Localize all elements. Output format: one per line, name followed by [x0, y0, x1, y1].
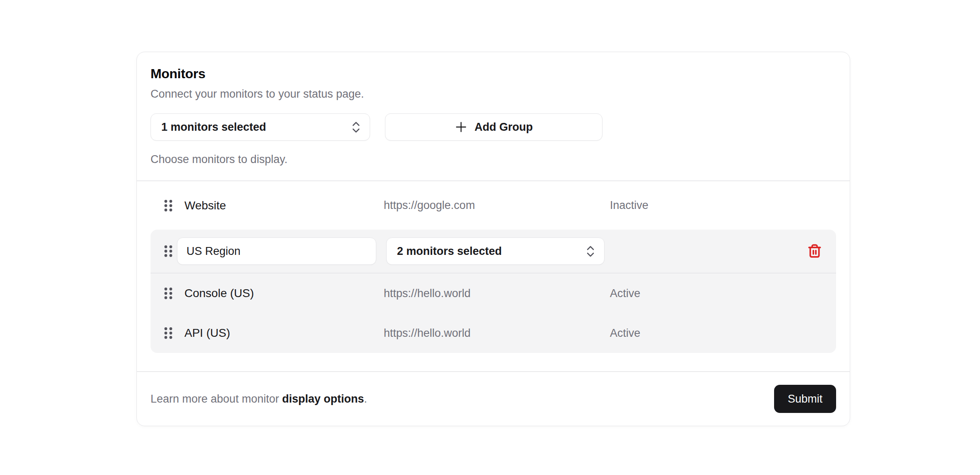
- plus-icon: [455, 121, 467, 133]
- monitor-url: https://hello.world: [384, 327, 610, 340]
- monitor-row-console-us: Console (US) https://hello.world Active: [151, 273, 836, 313]
- footer-text-prefix: Learn more about monitor: [151, 393, 282, 405]
- card-header: Monitors Connect your monitors to your s…: [137, 52, 850, 180]
- footer-text: Learn more about monitor display options…: [151, 393, 367, 405]
- monitor-url: https://hello.world: [384, 287, 610, 300]
- monitor-row-website: Website https://google.com Inactive: [151, 181, 836, 230]
- page-subtitle: Connect your monitors to your status pag…: [151, 87, 836, 101]
- monitor-name: Console (US): [184, 287, 384, 300]
- page-title: Monitors: [151, 65, 836, 82]
- display-options-link[interactable]: display options: [282, 393, 364, 405]
- drag-handle-dots-icon[interactable]: [164, 245, 174, 258]
- drag-handle-dots-icon[interactable]: [164, 199, 174, 212]
- group-header-row: 2 monitors selected: [151, 230, 836, 273]
- monitor-status-badge: Active: [610, 287, 836, 300]
- add-group-button[interactable]: Add Group: [385, 113, 602, 141]
- delete-group-button[interactable]: [806, 242, 824, 260]
- footer-text-suffix: .: [364, 393, 367, 405]
- monitor-name: API (US): [184, 326, 384, 340]
- monitor-name: Website: [184, 199, 384, 212]
- drag-handle-dots-icon[interactable]: [164, 287, 174, 300]
- controls-row: 1 monitors selected Add Group: [151, 113, 836, 141]
- monitor-url: https://google.com: [384, 199, 610, 212]
- monitor-group: 2 monitors selected: [151, 230, 836, 353]
- group-monitors-select[interactable]: 2 monitors selected: [386, 238, 605, 265]
- group-name-input[interactable]: [177, 238, 376, 265]
- unfold-chevron-icon: [351, 121, 361, 134]
- submit-button[interactable]: Submit: [774, 385, 836, 413]
- unfold-chevron-icon: [585, 245, 596, 258]
- monitor-status-badge: Active: [610, 327, 836, 340]
- add-group-label: Add Group: [475, 121, 533, 134]
- card-footer: Learn more about monitor display options…: [137, 372, 850, 426]
- monitors-select[interactable]: 1 monitors selected: [151, 113, 370, 141]
- group-monitors-select-value: 2 monitors selected: [397, 245, 502, 258]
- monitors-select-value: 1 monitors selected: [161, 121, 266, 134]
- monitor-list: Website https://google.com Inactive 2 mo…: [137, 181, 850, 371]
- drag-handle-dots-icon[interactable]: [164, 326, 174, 340]
- trash-icon: [807, 244, 822, 259]
- monitor-status-badge: Inactive: [610, 199, 836, 212]
- monitors-card: Monitors Connect your monitors to your s…: [136, 52, 850, 426]
- monitor-row-api-us: API (US) https://hello.world Active: [151, 313, 836, 353]
- helper-text: Choose monitors to display.: [151, 152, 836, 166]
